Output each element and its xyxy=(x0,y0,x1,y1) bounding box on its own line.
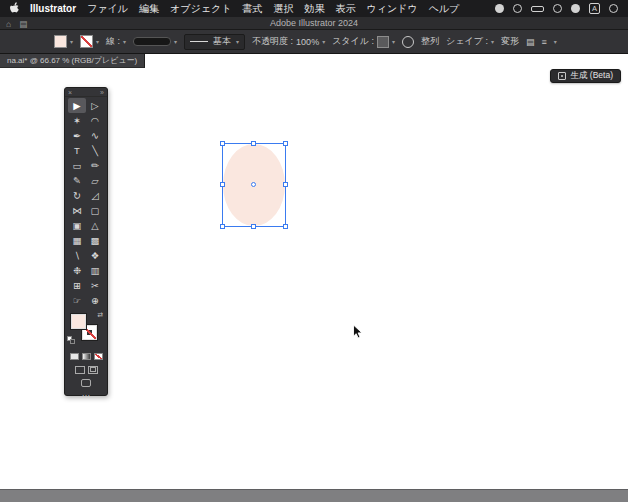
chevron-down-icon[interactable]: ▾ xyxy=(70,38,73,45)
default-fill-stroke-icon[interactable] xyxy=(67,336,76,345)
selection-bounding-box[interactable] xyxy=(222,143,286,227)
menu-item-select[interactable]: 選択 xyxy=(273,2,293,16)
chevron-down-icon[interactable]: ▾ xyxy=(236,38,239,45)
chevron-down-icon[interactable]: ▾ xyxy=(491,38,494,45)
home-icon[interactable]: ⌂ xyxy=(6,19,11,29)
column-graph-tool[interactable]: ▥ xyxy=(86,263,104,278)
chevron-down-icon[interactable]: ▾ xyxy=(392,38,395,45)
selection-handle-se[interactable] xyxy=(283,224,288,229)
menu-item-edit[interactable]: 編集 xyxy=(139,2,159,16)
display-icon[interactable] xyxy=(513,4,522,13)
selection-handle-e[interactable] xyxy=(283,182,288,187)
eraser-tool[interactable]: ▱ xyxy=(86,173,104,188)
color-button[interactable] xyxy=(70,353,79,360)
hand-tool[interactable]: ☞ xyxy=(68,293,86,308)
wifi-icon[interactable] xyxy=(553,4,562,13)
stroke-swatch[interactable] xyxy=(80,35,93,48)
swap-fill-stroke-icon[interactable]: ⇄ xyxy=(97,311,103,319)
lasso-tool[interactable]: ◠ xyxy=(86,113,104,128)
fill-color-swatch[interactable] xyxy=(71,314,86,329)
none-button[interactable] xyxy=(94,353,103,360)
selection-handle-s[interactable] xyxy=(251,224,256,229)
selection-tool[interactable]: ▶ xyxy=(68,98,86,113)
gradient-tool[interactable]: ▩ xyxy=(86,233,104,248)
line-segment-tool[interactable]: ╲ xyxy=(86,143,104,158)
style-swatch[interactable] xyxy=(377,36,389,48)
selection-handle-w[interactable] xyxy=(220,182,225,187)
chevron-down-icon[interactable]: ▾ xyxy=(174,38,177,45)
transform-button[interactable]: 変形 xyxy=(501,35,519,48)
stroke-weight-control[interactable]: 線 : ▾ xyxy=(106,35,126,48)
width-profile-control[interactable]: ▾ xyxy=(133,37,177,46)
menu-item-type[interactable]: 書式 xyxy=(242,2,262,16)
zoom-tool[interactable]: ⊕ xyxy=(86,293,104,308)
object-center-point[interactable] xyxy=(251,182,256,187)
control-center-icon[interactable] xyxy=(609,4,618,13)
stroke-color-control[interactable]: ▾ xyxy=(80,35,99,48)
gradient-button[interactable] xyxy=(82,353,91,360)
more-options-icon[interactable]: ≡ xyxy=(541,37,546,47)
rotate-tool[interactable]: ↻ xyxy=(68,188,86,203)
edit-toolbar-button[interactable]: … xyxy=(65,389,107,400)
mesh-tool[interactable]: ▦ xyxy=(68,233,86,248)
magic-wand-tool[interactable]: ✶ xyxy=(68,113,86,128)
fill-swatch[interactable] xyxy=(54,35,67,48)
menu-item-help[interactable]: ヘルプ xyxy=(429,2,460,16)
selection-handle-nw[interactable] xyxy=(220,141,225,146)
menu-item-file[interactable]: ファイル xyxy=(87,2,128,16)
screen-record-icon[interactable] xyxy=(495,4,504,13)
recolor-artwork-icon[interactable] xyxy=(402,36,414,48)
draw-behind-icon[interactable] xyxy=(88,366,98,374)
panel-options-icon[interactable]: ▤ xyxy=(526,37,535,47)
menu-item-object[interactable]: オブジェクト xyxy=(170,2,231,16)
width-profile-preview[interactable] xyxy=(133,37,171,46)
pencil-tool[interactable]: ✎ xyxy=(68,173,86,188)
fill-color-control[interactable]: ▾ xyxy=(54,35,73,48)
rectangle-tool[interactable]: ▭ xyxy=(68,158,86,173)
chevron-down-icon[interactable]: ▾ xyxy=(322,38,325,45)
apple-icon[interactable] xyxy=(10,2,19,15)
slice-tool[interactable]: ✂ xyxy=(86,278,104,293)
shape-builder-tool[interactable]: ▣ xyxy=(68,218,86,233)
paintbrush-tool[interactable]: ✏ xyxy=(86,158,104,173)
document-tab[interactable]: na.ai* @ 66.67 % (RGB/プレビュー) xyxy=(0,54,145,68)
artboard-tool[interactable]: ⊞ xyxy=(68,278,86,293)
battery-icon[interactable] xyxy=(531,6,544,12)
selection-handle-n[interactable] xyxy=(251,141,256,146)
opacity-value[interactable]: 100% xyxy=(296,37,319,47)
brush-definition-dropdown[interactable]: 基本 ▾ xyxy=(184,34,245,50)
selection-handle-ne[interactable] xyxy=(283,141,288,146)
align-button[interactable]: 整列 xyxy=(421,35,439,48)
type-tool[interactable]: T xyxy=(68,143,86,158)
opacity-control[interactable]: 不透明度 : 100% ▾ xyxy=(252,35,325,48)
generate-beta-button[interactable]: 生成 (Beta) xyxy=(550,69,621,83)
style-control[interactable]: スタイル : ▾ xyxy=(332,35,395,48)
free-transform-tool[interactable]: ▢ xyxy=(86,203,104,218)
collapse-icon[interactable]: » xyxy=(100,89,104,96)
input-source-icon[interactable]: A xyxy=(589,3,600,14)
blend-tool[interactable]: ❖ xyxy=(86,248,104,263)
menu-item-view[interactable]: 表示 xyxy=(335,2,355,16)
artboard-canvas[interactable]: 生成 (Beta) × » ▶ ▷ ✶ ◠ ✒ ∿ T ╲ ▭ ✏ ✎ ▱ ↻ xyxy=(0,54,628,489)
tools-panel-header[interactable]: × » xyxy=(65,88,107,97)
perspective-grid-tool[interactable]: △ xyxy=(86,218,104,233)
app-menu-illustrator[interactable]: Illustrator xyxy=(30,3,76,14)
direct-selection-tool[interactable]: ▷ xyxy=(86,98,104,113)
selection-handle-sw[interactable] xyxy=(220,224,225,229)
menu-item-window[interactable]: ウィンドウ xyxy=(366,2,417,16)
arrange-documents-icon[interactable]: ▤ xyxy=(19,19,27,29)
eyedropper-tool[interactable]: ∖ xyxy=(68,248,86,263)
shape-control[interactable]: シェイプ : ▾ xyxy=(446,35,494,48)
chevron-down-icon[interactable]: ▾ xyxy=(554,38,557,45)
curvature-tool[interactable]: ∿ xyxy=(86,128,104,143)
menu-item-effect[interactable]: 効果 xyxy=(304,2,324,16)
scale-tool[interactable]: ◿ xyxy=(86,188,104,203)
chevron-down-icon[interactable]: ▾ xyxy=(123,38,126,45)
symbol-sprayer-tool[interactable]: ❉ xyxy=(68,263,86,278)
width-tool[interactable]: ⋈ xyxy=(68,203,86,218)
close-icon[interactable]: × xyxy=(68,89,72,96)
chevron-down-icon[interactable]: ▾ xyxy=(96,38,99,45)
spotlight-icon[interactable] xyxy=(571,4,580,13)
draw-normal-icon[interactable] xyxy=(75,366,85,374)
screen-mode-icon[interactable] xyxy=(81,379,91,387)
